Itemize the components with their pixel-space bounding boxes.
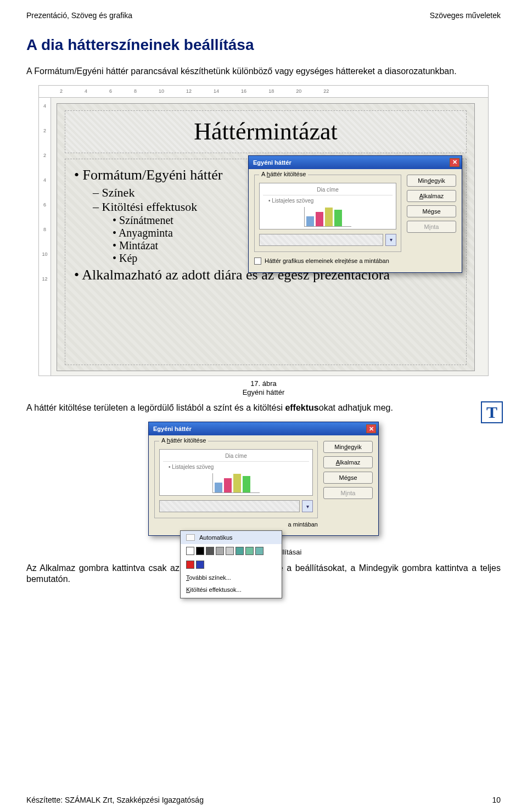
color-row-1 — [181, 544, 282, 558]
fill-group: A háttér kitöltése Dia címe • Listajeles… — [154, 441, 318, 518]
page-number: 10 — [492, 796, 501, 804]
slide-title-text: Háttérmintázat — [194, 117, 337, 145]
preview-title: Dia címe — [163, 453, 309, 462]
fill-color-dropdown[interactable]: ▾ — [259, 234, 396, 246]
fill-effects-item[interactable]: Kitöltési effektusok... — [181, 584, 282, 596]
figure-17-caption: 17. ábraEgyéni háttér — [26, 379, 501, 397]
fill-swatch — [159, 500, 300, 512]
header-left: Prezentáció, Szöveg és grafika — [26, 11, 132, 20]
preview-title: Dia címe — [263, 187, 393, 195]
dialog-egyeni-hatter-2: Egyéni háttér ✕ A háttér kitöltése Dia c… — [148, 422, 379, 536]
apply-all-button[interactable]: Mindegyik — [323, 441, 373, 453]
preview-chart-icon — [212, 473, 260, 493]
fill-group-legend: A háttér kitöltése — [259, 171, 308, 177]
preview-list-item: • Listajeles szöveg — [268, 198, 393, 204]
dialog-title: Egyéni háttér — [153, 425, 192, 432]
hide-graphics-checkbox[interactable]: Háttér grafikus elemeinek elrejtése a mi… — [254, 257, 401, 265]
chevron-down-icon[interactable]: ▾ — [302, 500, 313, 512]
apply-all-button[interactable]: Mindegyik — [407, 175, 456, 187]
dialog-egyeni-hatter: Egyéni háttér ✕ A háttér kitöltése Dia c… — [248, 155, 462, 273]
color-swatch[interactable] — [186, 547, 194, 555]
close-icon[interactable]: ✕ — [366, 424, 376, 433]
checkbox-box[interactable] — [254, 257, 261, 265]
color-swatch[interactable] — [255, 547, 264, 555]
color-picker-popup: Automatikus További színek... Kitöltési … — [180, 530, 282, 598]
color-auto-label: Automatikus — [199, 534, 233, 541]
fill-color-dropdown[interactable]: ▾ — [159, 500, 313, 512]
paragraph-2: A háttér kitöltése területen a legördülő… — [26, 402, 501, 414]
checkbox-label: Háttér grafikus elemeinek elrejtése a mi… — [265, 257, 389, 264]
page-title: A dia hátterszíneinek beállítása — [26, 36, 501, 54]
header-right: Szöveges műveletek — [430, 11, 501, 20]
preview-list-item: • Listajeles szöveg — [169, 464, 309, 470]
fill-group: A háttér kitöltése Dia címe • Listajeles… — [254, 175, 401, 252]
color-auto-item[interactable]: Automatikus — [181, 531, 282, 544]
apply-button[interactable]: Alkalmaz — [407, 190, 456, 202]
close-icon[interactable]: ✕ — [450, 158, 459, 167]
color-swatch[interactable] — [196, 547, 204, 555]
apply-button[interactable]: Alkalmaz — [323, 456, 373, 468]
screenshot-dialog-with-popup: Egyéni háttér ✕ A háttér kitöltése Dia c… — [148, 422, 379, 536]
color-swatch[interactable] — [196, 561, 204, 569]
preview-chart-icon — [304, 207, 351, 227]
fill-swatch — [259, 234, 383, 246]
dialog-titlebar[interactable]: Egyéni háttér ✕ — [149, 422, 378, 435]
chevron-down-icon[interactable]: ▾ — [385, 234, 396, 246]
footer-text: Készítette: SZÁMALK Zrt, Szakképzési Iga… — [26, 796, 204, 804]
screenshot-slide-editor: 246810121416182022 4224681012 Háttérmint… — [38, 85, 489, 376]
color-swatch[interactable] — [206, 547, 214, 555]
slide-canvas: Háttérmintázat Formátum/Egyéni háttérSzí… — [57, 103, 475, 371]
ruler-vertical: 4224681012 — [39, 98, 51, 376]
ruler-horizontal: 246810121416182022 — [39, 86, 488, 98]
tip-icon: T — [481, 401, 503, 423]
cancel-button[interactable]: Mégse — [323, 472, 373, 484]
fill-group-legend: A háttér kitöltése — [159, 437, 208, 444]
paragraph-1: A Formátum/Egyéni háttér parancsával kés… — [26, 66, 501, 77]
cancel-button[interactable]: Mégse — [407, 205, 456, 217]
color-swatch[interactable] — [245, 547, 254, 555]
sample-button: Minta — [323, 487, 373, 499]
fill-preview: Dia címe • Listajeles szöveg — [259, 183, 396, 229]
sample-button: Minta — [407, 221, 456, 233]
color-swatch[interactable] — [236, 547, 244, 555]
auto-swatch-icon — [186, 534, 195, 541]
more-colors-item[interactable]: További színek... — [181, 572, 282, 584]
color-swatch[interactable] — [216, 547, 224, 555]
dialog-titlebar[interactable]: Egyéni háttér ✕ — [249, 156, 462, 169]
color-swatch[interactable] — [226, 547, 234, 555]
slide-title-placeholder[interactable]: Háttérmintázat — [65, 110, 467, 153]
checkbox-label-partial: a mintában — [154, 521, 318, 528]
color-swatch[interactable] — [186, 561, 194, 569]
color-row-2 — [181, 558, 282, 572]
fill-preview: Dia címe • Listajeles szöveg — [159, 449, 313, 496]
dialog-title: Egyéni háttér — [253, 159, 291, 166]
